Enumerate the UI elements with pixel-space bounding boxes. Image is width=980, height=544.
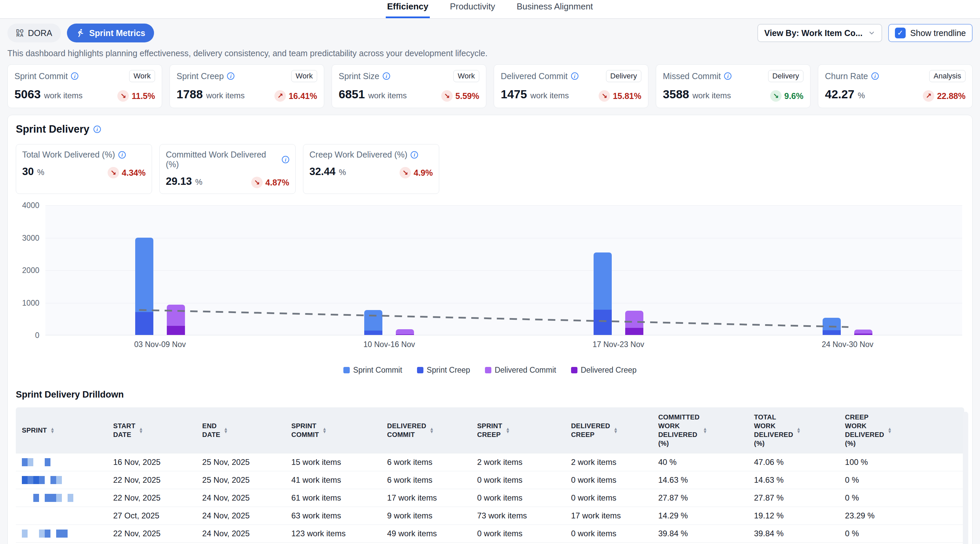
info-icon[interactable]: i — [410, 151, 418, 158]
sprint-cell — [16, 453, 108, 471]
sort-button[interactable]: ▲▼ — [323, 427, 327, 433]
legend-item-delivered-creep[interactable]: Delivered Creep — [571, 365, 636, 375]
table-cell: 35 work items — [382, 542, 472, 544]
bar-delivered-commit-2[interactable] — [625, 311, 643, 328]
table-row: 22 Nov, 202524 Nov, 2025123 work items49… — [16, 525, 964, 542]
bar-delivered-creep-2[interactable] — [625, 328, 643, 335]
sort-button[interactable]: ▲▼ — [51, 427, 55, 433]
bar-delivered-commit-1[interactable] — [396, 329, 414, 334]
bar-sprint-commit-1[interactable] — [364, 310, 382, 331]
info-icon[interactable]: i — [871, 72, 879, 80]
info-icon[interactable]: i — [71, 72, 78, 80]
kpi-card-value: 42.27 — [825, 88, 854, 101]
kpi-card-title: Delivered Commit — [501, 71, 568, 81]
sort-button[interactable]: ▲▼ — [888, 427, 892, 433]
column-header-label: DELIVERED COMMIT — [387, 421, 426, 439]
info-icon[interactable]: i — [118, 151, 126, 158]
bar-delivered-commit-3[interactable] — [854, 330, 872, 334]
trend-down-icon: ↘ — [770, 90, 781, 102]
view-by-dropdown[interactable]: View By: Work Item Co... — [757, 24, 882, 42]
sort-button[interactable]: ▲▼ — [139, 427, 143, 433]
sort-button[interactable]: ▲▼ — [703, 427, 707, 433]
table-cell: 46.5 % — [749, 542, 840, 544]
table-cell: 0 work items — [566, 525, 653, 542]
sort-button[interactable]: ▲▼ — [430, 427, 434, 433]
table-row: 27 Oct, 202524 Nov, 202563 work items9 w… — [16, 507, 964, 525]
sprint-metrics-label: Sprint Metrics — [89, 28, 145, 38]
redacted-block — [27, 476, 33, 484]
drilldown-title: Sprint Delivery Drilldown — [16, 389, 964, 400]
dora-logo-icon: DORA — [16, 29, 24, 37]
table-cell: 71 work items — [286, 542, 382, 544]
table-cell: 63 work items — [286, 507, 382, 525]
info-icon[interactable]: i — [724, 72, 732, 80]
bar-delivered-creep-0[interactable] — [167, 326, 185, 335]
bar-sprint-creep-2[interactable] — [593, 310, 612, 335]
subcard-total-work-delivered: Total Work Delivered (%) i 30 % ↘4.34% — [16, 144, 152, 194]
toolbar: DORA DORA Sprint Metrics View By: Work I… — [0, 19, 980, 45]
redacted-sprint-name — [22, 512, 108, 520]
sprint-delivery-panel: Sprint Delivery i Total Work Delivered (… — [7, 115, 973, 544]
info-icon[interactable]: i — [227, 72, 234, 80]
table-cell: 61 work items — [286, 489, 382, 507]
table-cell: 0 work items — [472, 471, 566, 489]
dora-button[interactable]: DORA DORA — [7, 24, 61, 42]
legend-item-delivered-commit[interactable]: Delivered Commit — [485, 365, 556, 375]
info-icon[interactable]: i — [94, 126, 101, 133]
subcard-value: 29.13 — [166, 175, 192, 188]
sort-button[interactable]: ▲▼ — [796, 427, 801, 433]
sort-button[interactable]: ▲▼ — [224, 427, 228, 433]
sprint-metrics-button[interactable]: Sprint Metrics — [67, 24, 154, 42]
bar-delivered-creep-1[interactable] — [396, 334, 414, 335]
legend-item-sprint-commit[interactable]: Sprint Commit — [344, 365, 402, 375]
info-icon[interactable]: i — [282, 156, 289, 163]
trend-indicator: ↘15.81% — [599, 90, 641, 102]
bar-sprint-creep-3[interactable] — [822, 330, 841, 335]
trend-indicator: ↘5.59% — [441, 90, 479, 102]
show-trendline-toggle[interactable]: ✓ Show trendline — [888, 24, 973, 42]
sort-button[interactable]: ▲▼ — [506, 427, 510, 433]
category-badge: Analysis — [929, 70, 966, 82]
table-cell: 40 % — [653, 453, 749, 471]
table-cell: 0 work items — [566, 471, 653, 489]
table-cell: 27.87 % — [653, 489, 749, 507]
table-cell: 10 Nov, 2025 — [108, 542, 197, 544]
info-icon[interactable]: i — [571, 72, 578, 80]
bar-delivered-commit-0[interactable] — [167, 305, 185, 326]
tab-productivity[interactable]: Productivity — [449, 0, 496, 18]
bar-delivered-creep-3[interactable] — [854, 333, 872, 335]
tab-business-alignment[interactable]: Business Alignment — [515, 0, 594, 18]
redacted-block — [27, 494, 33, 502]
table-cell: 16 Nov, 2025 — [108, 453, 197, 471]
table-cell: 24 Nov, 2025 — [197, 542, 286, 544]
bar-sprint-creep-1[interactable] — [364, 330, 382, 335]
sort-button[interactable]: ▲▼ — [613, 427, 618, 433]
bar-sprint-commit-2[interactable] — [593, 252, 612, 310]
redacted-sprint-name — [22, 530, 108, 538]
column-header-creep-work: CREEP WORK DELIVERED (%) ▲▼ — [840, 407, 964, 453]
table-cell: 0 work items — [472, 489, 566, 507]
table-cell: 24 Nov, 2025 — [197, 489, 286, 507]
redacted-block — [33, 494, 39, 502]
sprint-cell — [16, 542, 108, 544]
bar-sprint-creep-0[interactable] — [135, 312, 153, 335]
kpi-card-row: Sprint Commit i Work 5063 work items ↘11… — [7, 64, 973, 108]
legend-item-sprint-creep[interactable]: Sprint Creep — [417, 365, 470, 375]
kpi-card-unit: work items — [206, 91, 245, 101]
y-axis-label: 2000 — [22, 266, 39, 275]
redacted-block — [22, 458, 27, 466]
table-scrollbar[interactable] — [963, 412, 968, 544]
info-icon[interactable]: i — [383, 72, 390, 80]
tab-efficiency[interactable]: Efficiency — [386, 0, 430, 18]
kpi-card-missed-commit: Missed Commit i Delivery 3588 work items… — [656, 64, 810, 108]
table-cell: 0 % — [840, 525, 964, 542]
table-cell: 24 Nov, 2025 — [197, 507, 286, 525]
subcard-creep-work-delivered: Creep Work Delivered (%) i 32.44 % ↘4.9% — [303, 144, 439, 194]
bar-sprint-commit-0[interactable] — [135, 238, 153, 313]
kpi-card-churn-rate: Churn Rate i Analysis 42.27 % ↗22.88% — [818, 64, 973, 108]
table-cell: 2 work items — [566, 453, 653, 471]
checkbox-checked-icon[interactable]: ✓ — [895, 28, 906, 38]
bar-sprint-commit-3[interactable] — [822, 318, 841, 330]
column-header-label: END DATE — [202, 421, 220, 439]
subcard-title: Committed Work Delivered (%) — [166, 150, 278, 169]
